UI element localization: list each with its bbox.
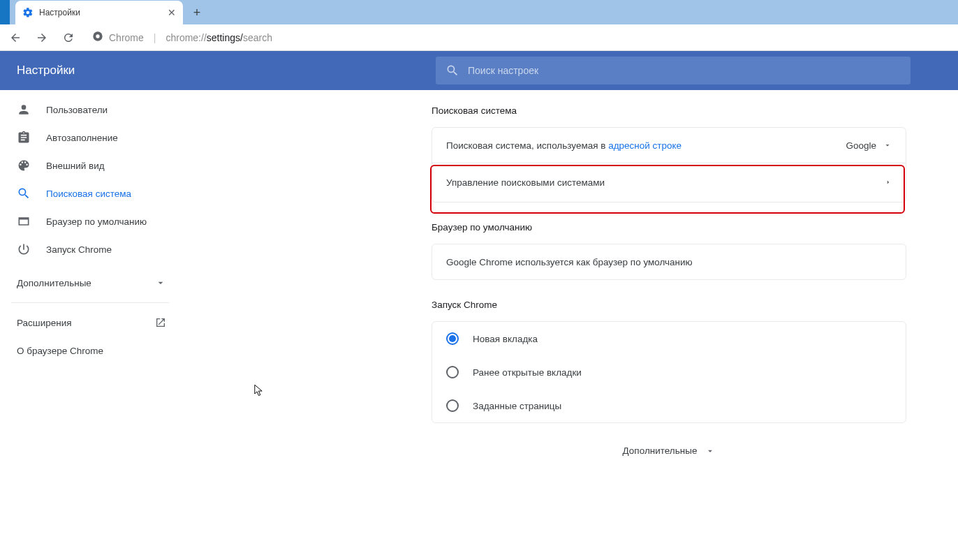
tab-title: Настройки: [39, 8, 162, 17]
chevron-right-icon: [885, 177, 892, 188]
advanced-label: Дополнительные: [17, 278, 91, 288]
browser-toolbar: Chrome | chrome://settings/search: [0, 24, 958, 51]
sidebar-advanced-toggle[interactable]: Дополнительные: [0, 269, 180, 297]
on-startup-card: Новая вкладка Ранее открытые вкладки Зад…: [432, 321, 906, 423]
page-title: Настройки: [17, 64, 436, 78]
url-host: Chrome: [109, 32, 144, 43]
clipboard-icon: [17, 131, 31, 145]
extensions-label: Расширения: [17, 318, 72, 328]
advanced-label: Дополнительные: [623, 445, 698, 456]
person-icon: [17, 103, 31, 117]
sidebar-item-label: Поисковая система: [46, 189, 131, 199]
content-advanced-toggle[interactable]: Дополнительные: [432, 445, 906, 456]
sidebar-item-label: Автозаполнение: [46, 133, 118, 143]
window-icon: [17, 214, 31, 228]
sidebar-item-label: Внешний вид: [46, 161, 105, 171]
browser-tab[interactable]: Настройки ✕: [15, 1, 183, 24]
radio-icon[interactable]: [446, 366, 459, 378]
palette-icon: [17, 159, 31, 172]
search-engine-card: Поисковая система, используемая в адресн…: [432, 127, 906, 202]
content-area: Поисковая система Поисковая система, исп…: [180, 90, 958, 560]
sidebar-item-label: Браузер по умолчанию: [46, 216, 147, 227]
omnibox-link[interactable]: адресной строке: [608, 140, 681, 151]
row-text: Google Chrome используется как браузер п…: [446, 257, 693, 267]
startup-option-specific-pages[interactable]: Заданные страницы: [432, 389, 906, 422]
startup-option-new-tab[interactable]: Новая вкладка: [432, 322, 906, 355]
manage-search-engines-row[interactable]: Управление поисковыми системами: [432, 163, 906, 202]
address-bar[interactable]: Chrome | chrome://settings/search: [85, 28, 279, 47]
divider: [11, 302, 169, 303]
new-tab-button[interactable]: +: [187, 3, 207, 22]
search-icon: [445, 64, 459, 78]
section-title-on-startup: Запуск Chrome: [432, 300, 906, 310]
forward-button[interactable]: [32, 28, 52, 47]
reload-button[interactable]: [59, 28, 78, 47]
settings-header: Настройки: [0, 51, 958, 90]
back-button[interactable]: [6, 28, 25, 47]
search-input[interactable]: [468, 65, 901, 76]
sidebar-item-default-browser[interactable]: Браузер по умолчанию: [0, 207, 180, 235]
radio-label: Новая вкладка: [473, 334, 538, 344]
startup-option-continue[interactable]: Ранее открытые вкладки: [432, 355, 906, 389]
sidebar-item-autofill[interactable]: Автозаполнение: [0, 124, 180, 152]
chevron-down-icon: [155, 277, 166, 288]
default-browser-row: Google Chrome используется как браузер п…: [432, 244, 906, 279]
row-label: Управление поисковыми системами: [446, 177, 605, 188]
sidebar-item-label: Пользователи: [46, 105, 108, 115]
power-icon: [17, 242, 31, 256]
sidebar-about-chrome[interactable]: О браузере Chrome: [0, 337, 180, 364]
search-engine-in-omnibox-row[interactable]: Поисковая система, используемая в адресн…: [432, 128, 906, 163]
section-title-search-engine: Поисковая система: [432, 105, 906, 116]
sidebar-item-search-engine[interactable]: Поисковая система: [0, 179, 180, 207]
tab-strip: Настройки ✕ +: [0, 0, 958, 24]
default-browser-card: Google Chrome используется как браузер п…: [432, 244, 906, 280]
open-in-new-icon: [155, 317, 166, 328]
select-value: Google: [846, 140, 876, 151]
sidebar-item-on-startup[interactable]: Запуск Chrome: [0, 235, 180, 263]
radio-label: Ранее открытые вкладки: [473, 367, 582, 378]
settings-search[interactable]: [436, 57, 911, 84]
close-icon[interactable]: ✕: [168, 7, 176, 18]
section-title-default-browser: Браузер по умолчанию: [432, 222, 906, 233]
window-edge: [0, 0, 10, 24]
sidebar-extensions[interactable]: Расширения: [0, 309, 180, 337]
search-engine-select[interactable]: Google: [846, 140, 892, 151]
gear-icon: [22, 7, 34, 18]
radio-icon[interactable]: [446, 332, 459, 345]
sidebar-item-label: Запуск Chrome: [46, 244, 112, 255]
site-info-icon[interactable]: [92, 31, 103, 44]
row-label: Поисковая система, используемая в адресн…: [446, 140, 681, 151]
sidebar-item-appearance[interactable]: Внешний вид: [0, 152, 180, 179]
url-path: chrome://settings/search: [165, 32, 272, 43]
chevron-down-icon: [883, 141, 892, 149]
radio-icon[interactable]: [446, 399, 459, 412]
svg-point-1: [96, 34, 99, 38]
about-label: О браузере Chrome: [17, 346, 103, 356]
chevron-down-icon: [705, 446, 715, 456]
radio-label: Заданные страницы: [473, 401, 561, 411]
sidebar-item-users[interactable]: Пользователи: [0, 96, 180, 124]
sidebar: Пользователи Автозаполнение Внешний вид …: [0, 90, 180, 560]
url-separator: |: [154, 32, 156, 43]
search-icon: [17, 186, 31, 200]
